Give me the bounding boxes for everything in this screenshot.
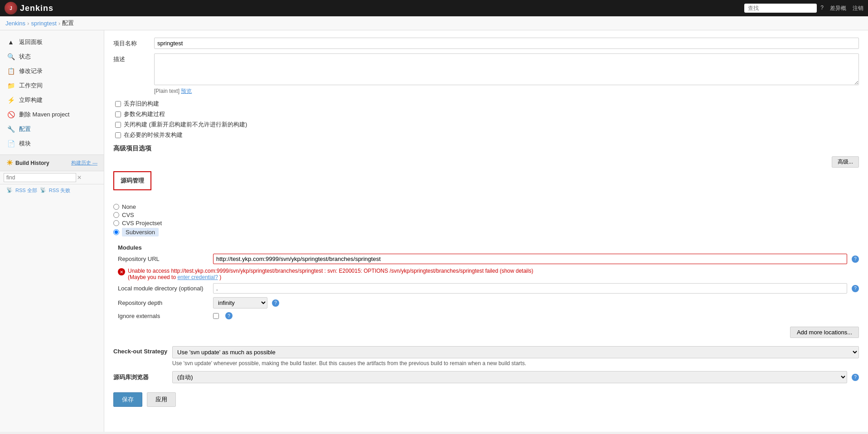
repo-depth-select[interactable]: infinity empty files immediates unknown (213, 297, 267, 309)
breadcrumb-sep-2: › (58, 20, 60, 27)
sidebar-item-modules[interactable]: 📄 模块 (0, 136, 104, 151)
scm-svn-radio[interactable] (113, 229, 119, 235)
sidebar-label-build-now: 立即构建 (19, 96, 43, 104)
necessary-build-checkbox[interactable] (115, 132, 121, 138)
repo-url-input[interactable] (213, 254, 847, 264)
parameterize-row: 参数化构建过程 (113, 110, 859, 118)
changes-icon: 📋 (6, 67, 15, 76)
app-title: Jenkins (20, 4, 53, 13)
repo-depth-label: Repository depth (118, 299, 209, 306)
sidebar-item-configure[interactable]: 🔧 配置 (0, 122, 104, 136)
rss-all-link[interactable]: RSS 全部 (15, 187, 37, 194)
error-text: Unable to access http://test.ykp.com:999… (128, 268, 533, 280)
sidebar-label-status: 状态 (19, 53, 31, 61)
logout-link[interactable]: 注销 (853, 5, 863, 12)
close-build-label: 关闭构建 (重新开启构建前不允许进行新的构建) (124, 121, 247, 129)
repo-url-label: Repository URL (118, 256, 209, 262)
repo-browser-section: 源码库浏览器 (自动) ? (113, 371, 859, 383)
scm-section: 源码管理 (113, 171, 859, 196)
project-name-row: 项目名称 (113, 38, 859, 49)
sidebar-item-back-panel[interactable]: ▲ 返回面板 (0, 35, 104, 49)
breadcrumb-springtest[interactable]: springtest (31, 20, 56, 27)
build-search-clear[interactable]: ✕ (77, 174, 82, 181)
checkout-strategy-select[interactable]: Use 'svn update' as much as possible Alw… (172, 346, 859, 358)
description-value: [Plain text] 预览 (154, 53, 859, 95)
parameterize-checkbox[interactable] (115, 111, 121, 117)
add-locations-button[interactable]: Add more locations... (790, 327, 859, 338)
modules-label: Modules (118, 244, 859, 251)
save-button[interactable]: 保存 (113, 392, 142, 407)
plain-text-note: [Plain text] 预览 (154, 87, 859, 95)
user-link[interactable]: 差异概 (830, 5, 846, 12)
repo-browser-select[interactable]: (自动) (172, 371, 847, 383)
repo-url-help-icon[interactable]: ? (852, 256, 859, 263)
error-icon: ✕ (118, 268, 125, 275)
project-name-input[interactable] (154, 38, 859, 49)
local-module-input[interactable] (213, 283, 847, 294)
sidebar-item-workspace[interactable]: 📁 工作空间 (0, 78, 104, 93)
scm-svn-label: Subversion (122, 228, 159, 236)
breadcrumb-jenkins[interactable]: Jenkins (5, 20, 25, 27)
build-history-icon: ☀ (6, 159, 13, 167)
scm-none-radio[interactable] (113, 204, 119, 210)
bottom-buttons: 保存 应用 (113, 392, 859, 407)
content-area: 项目名称 描述 [Plain text] 预览 丢弃旧的构建 参数化构建过程 (104, 30, 868, 432)
build-now-icon: ⚡ (6, 96, 15, 105)
error-msg-text: Unable to access http://test.ykp.com:999… (128, 268, 533, 274)
scm-cvs-ps-label: CVS Projectset (122, 220, 162, 227)
scm-cvs-ps-row: CVS Projectset (113, 220, 859, 227)
sidebar-label-modules: 模块 (19, 140, 31, 148)
discard-old-checkbox[interactable] (115, 101, 121, 107)
build-history-link[interactable]: 构建历史 — (71, 159, 97, 166)
repo-url-row: Repository URL ? (118, 254, 859, 264)
main-layout: ▲ 返回面板 🔍 状态 📋 修改记录 📁 工作空间 ⚡ 立即构建 🚫 删除 Ma… (0, 30, 868, 432)
description-row: 描述 [Plain text] 预览 (113, 53, 859, 95)
build-history-label: Build History (15, 160, 49, 166)
repo-browser-label: 源码库浏览器 (113, 373, 168, 381)
ignore-externals-label: Ignore externals (118, 313, 209, 319)
scm-none-row: None (113, 203, 859, 210)
enter-credential-link[interactable]: enter credential? (177, 274, 218, 280)
navbar: J Jenkins ? 差异概 注销 (0, 0, 868, 16)
breadcrumb-current: 配置 (62, 19, 74, 27)
rss-fail-link[interactable]: RSS 失败 (49, 187, 71, 194)
nav-links: ? 差异概 注销 (820, 5, 863, 12)
error-credential-end: ) (219, 274, 221, 280)
preview-link[interactable]: 预览 (181, 88, 192, 94)
ignore-externals-checkbox[interactable] (213, 313, 219, 319)
advanced-button[interactable]: 高级... (832, 156, 859, 168)
scm-box-label: 源码管理 (113, 171, 151, 190)
ignore-externals-help-icon[interactable]: ? (225, 312, 233, 319)
project-name-label: 项目名称 (113, 38, 154, 48)
workspace-icon: 📁 (6, 81, 15, 90)
rss-icon-all: 📡 (6, 187, 13, 194)
advanced-bar: 高级... (113, 156, 859, 168)
build-search-input[interactable] (4, 173, 76, 182)
apply-button[interactable]: 应用 (147, 392, 176, 407)
local-module-help-icon[interactable]: ? (852, 285, 859, 292)
scm-cvs-radio[interactable] (113, 212, 119, 218)
sidebar-item-status[interactable]: 🔍 状态 (0, 49, 104, 64)
scm-cvs-ps-radio[interactable] (113, 220, 119, 226)
sidebar-item-build-now[interactable]: ⚡ 立即构建 (0, 93, 104, 107)
sidebar-item-changes[interactable]: 📋 修改记录 (0, 64, 104, 78)
project-name-value (154, 38, 859, 49)
sidebar-item-delete[interactable]: 🚫 删除 Maven project (0, 107, 104, 122)
repo-depth-help-icon[interactable]: ? (272, 299, 279, 307)
delete-icon: 🚫 (6, 110, 15, 119)
jenkins-logo-icon: J (5, 2, 17, 14)
error-message-row: ✕ Unable to access http://test.ykp.com:9… (118, 268, 859, 280)
sidebar-label-delete: 删除 Maven project (19, 111, 69, 119)
help-link[interactable]: ? (820, 5, 824, 12)
checkout-desc: Use 'svn update' whenever possible, maki… (172, 360, 859, 366)
necessary-build-row: 在必要的时候并发构建 (113, 131, 859, 139)
description-textarea[interactable] (154, 53, 859, 85)
add-locations-bar: Add more locations... (118, 323, 859, 342)
rss-links: 📡 RSS 全部 📡 RSS 失败 (0, 184, 104, 197)
search-input[interactable] (744, 4, 817, 13)
repo-browser-help-icon[interactable]: ? (852, 374, 859, 381)
ignore-externals-row: Ignore externals ? (118, 312, 859, 319)
necessary-build-label: 在必要的时候并发构建 (124, 131, 183, 139)
close-build-checkbox[interactable] (115, 122, 121, 128)
breadcrumb-sep-1: › (27, 20, 29, 27)
